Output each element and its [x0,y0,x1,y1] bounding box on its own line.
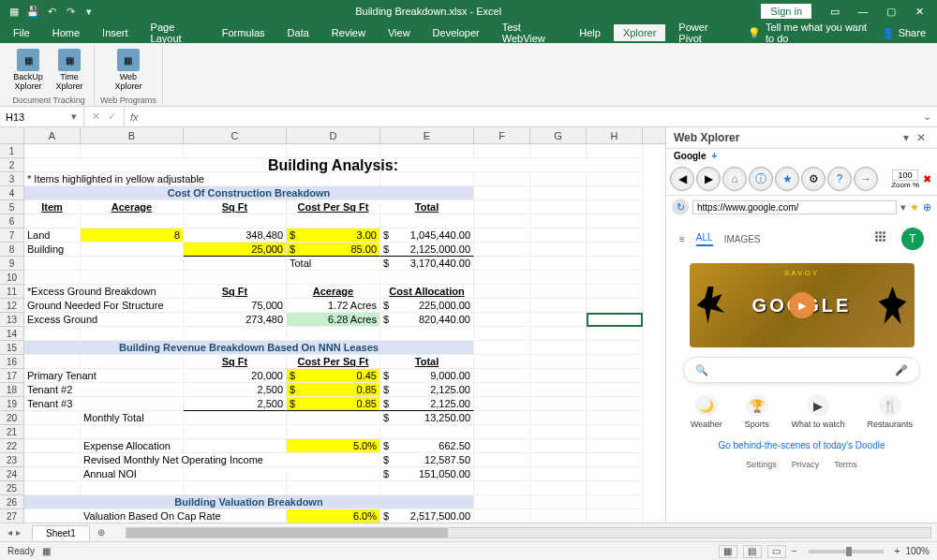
row-header[interactable]: 8 [0,243,24,257]
ribbon-tab-help[interactable]: Help [570,24,610,41]
zoom-slider[interactable] [809,550,884,553]
browser-tab-google[interactable]: Google [674,151,706,161]
cell-F17[interactable] [474,369,530,383]
row-header[interactable]: 4 [0,186,24,200]
cell-A7[interactable]: Land [24,228,81,243]
cell-C11[interactable]: Sq Ft [184,285,287,299]
nav-back-icon[interactable]: ◀ [670,167,694,191]
ribbon-button-backup-xplorer[interactable]: ▦BackUpXplorer [9,47,47,94]
row-header[interactable]: 17 [0,369,24,383]
cell-F18[interactable] [474,383,530,397]
cell-G13[interactable] [530,313,587,327]
google-doodle[interactable]: SAVOY GOOGLE ▶ [690,263,915,347]
cell-A24[interactable] [24,467,81,481]
cell-F10[interactable] [474,271,530,285]
column-header-C[interactable]: C [184,127,287,143]
tell-me-search[interactable]: 💡Tell me what you want to do [748,22,870,44]
cell-G18[interactable] [530,383,587,397]
fx-icon[interactable]: fx [125,111,144,123]
cell-C19[interactable]: 2,500 [184,397,287,411]
cell-G26[interactable] [530,495,587,509]
cell-G12[interactable] [530,299,587,313]
cell-A3[interactable]: * Items highlighted in yellow adjustable [24,172,380,186]
address-dropdown-icon[interactable]: ▾ [900,201,906,214]
share-button[interactable]: 👤Share [874,27,933,39]
google-avatar[interactable]: T [901,228,924,250]
cell-B24[interactable]: Annual NOI [81,467,184,481]
cell-B16[interactable] [81,355,184,369]
cell-F13[interactable] [474,313,530,327]
cell-C20[interactable] [184,411,287,425]
row-header[interactable]: 23 [0,453,24,467]
cell-D22[interactable]: 5.0% [287,439,380,453]
google-tab-all[interactable]: ALL [696,232,713,246]
cell-F9[interactable] [474,257,530,271]
cell-B22[interactable]: Expense Allocation [81,439,184,453]
google-apps-icon[interactable] [875,231,890,246]
cell-E6[interactable] [380,214,474,228]
select-all-corner[interactable] [0,127,24,143]
ribbon-tab-power-pivot[interactable]: Power Pivot [669,19,735,47]
cell-D17[interactable]: $0.45 [287,369,380,383]
cell-H13[interactable] [587,313,643,327]
cell-E19[interactable]: $2,125.00 [380,397,474,411]
quick-link-restaurants[interactable]: 🍴Restaurants [868,394,914,429]
cell-H12[interactable] [587,299,643,313]
cell-D9[interactable]: Total [287,257,380,271]
cell-G3[interactable] [530,172,587,186]
cell-H10[interactable] [587,271,643,285]
cell-C5[interactable]: Sq Ft [184,200,287,214]
cell-C18[interactable]: 2,500 [184,383,287,397]
row-header[interactable]: 16 [0,355,24,369]
cell-D14[interactable] [287,327,380,341]
cell-A10[interactable] [24,271,81,285]
cell-D24[interactable] [287,467,380,481]
qat-more-icon[interactable]: ▾ [82,5,96,18]
spreadsheet-grid[interactable]: ABCDEFGH 12Building Analysis:3* Items hi… [0,127,665,523]
cell-E5[interactable]: Total [380,200,474,214]
column-header-D[interactable]: D [287,127,380,143]
reload-icon[interactable]: ↻ [672,199,689,215]
cell-A12[interactable]: Ground Needed For Structure [24,299,184,313]
cell-G24[interactable] [530,467,587,481]
cell-B21[interactable] [81,425,184,439]
cell-E14[interactable] [380,327,474,341]
cell-H25[interactable] [587,481,643,495]
cell-A21[interactable] [24,425,81,439]
row-header[interactable]: 26 [0,495,24,509]
cell-F6[interactable] [474,214,530,228]
cell-H27[interactable] [587,509,643,523]
cell-G23[interactable] [530,453,587,467]
cell-H20[interactable] [587,411,643,425]
cell-E18[interactable]: $2,125.00 [380,383,474,397]
name-box[interactable]: ▾ [0,107,84,126]
cell-H24[interactable] [587,467,643,481]
cell-G21[interactable] [530,425,587,439]
ribbon-tab-view[interactable]: View [379,24,420,41]
zoom-in-icon[interactable]: + [895,546,900,556]
cell-E27[interactable]: $2,517,500.00 [380,509,474,523]
cell-H4[interactable] [587,186,643,200]
cell-C21[interactable] [184,425,287,439]
row-header[interactable]: 18 [0,383,24,397]
panel-close2-icon[interactable]: ✖ [921,173,933,185]
cell-B10[interactable] [81,271,184,285]
ribbon-button-time-xplorer[interactable]: ▦TimeXplorer [51,47,88,94]
nav-favorites-icon[interactable]: ★ [775,167,799,191]
view-layout-icon[interactable]: ▤ [743,545,762,558]
row-header[interactable]: 3 [0,172,24,186]
zoom-level[interactable]: 100% [905,546,930,556]
formula-expand-icon[interactable]: ⌄ [917,111,937,123]
column-header-B[interactable]: B [81,127,184,143]
footer-link-settings[interactable]: Settings [746,460,777,469]
column-header-G[interactable]: G [530,127,587,143]
cell-A1[interactable] [24,144,81,158]
cell-A17[interactable]: Primary Tenant [24,369,184,383]
cell-A5[interactable]: Item [24,200,81,214]
cell-A15[interactable]: Building Revenue Breakdown Based On NNN … [24,341,474,355]
column-header-H[interactable]: H [587,127,643,143]
add-sheet-icon[interactable]: ⊕ [90,527,112,538]
row-header[interactable]: 19 [0,397,24,411]
cell-C22[interactable] [184,439,287,453]
address-bar[interactable] [692,200,897,214]
